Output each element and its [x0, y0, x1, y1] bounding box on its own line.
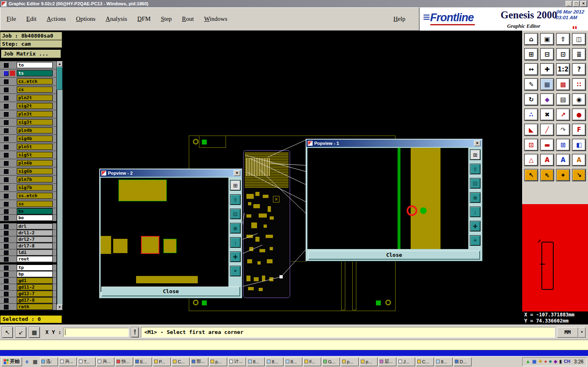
layer-row[interactable]: drl1-2 — [0, 230, 56, 236]
layer-row[interactable]: sig3t — [0, 118, 56, 127]
zoom-in-window-icon[interactable]: ⊞ — [524, 48, 538, 60]
layer-row[interactable]: pln6b — [0, 159, 56, 167]
taskbar-window-button[interactable]: 部... — [190, 357, 208, 366]
popview-1-window[interactable]: Popview - 1 × ⊞ ⇧ ⊡ — [306, 139, 483, 261]
tray-icon[interactable]: ■ — [549, 359, 552, 364]
layer-name[interactable]: drl7-8 — [17, 243, 53, 249]
xy-input[interactable] — [63, 328, 129, 337]
tray-icon[interactable]: ▣ — [532, 359, 536, 364]
taskbar-window-button[interactable]: p... — [360, 357, 378, 366]
layer-toggle-icon[interactable] — [3, 111, 9, 117]
taskbar-window-button[interactable]: 兴... — [96, 357, 114, 366]
taskbar-window-button[interactable]: 计... — [228, 357, 246, 366]
popview-center-icon[interactable]: ⌖ — [230, 266, 241, 276]
layer-row[interactable]: drl — [0, 223, 56, 230]
layer-toggle-icon[interactable] — [3, 237, 9, 242]
layer-row[interactable]: ts — [0, 69, 56, 78]
layer-row[interactable]: tp — [0, 265, 56, 271]
layer-row[interactable]: ldi — [0, 249, 56, 256]
popview-1-canvas[interactable] — [307, 148, 468, 249]
rotate-icon[interactable]: ↻ — [524, 93, 538, 106]
points-icon[interactable]: ∴ — [524, 109, 538, 121]
grid-snap-icon[interactable]: ▦ — [29, 327, 40, 338]
popview-zoom-box-icon[interactable]: ⊡ — [470, 178, 481, 189]
menu-item[interactable]: Step — [161, 16, 172, 22]
taskbar-window-button[interactable]: F... — [303, 357, 321, 366]
select-arrow-icon[interactable]: ↖ — [524, 169, 538, 181]
select-box-icon[interactable]: ⇖ — [540, 169, 554, 181]
layer-row[interactable]: rout — [0, 256, 56, 262]
layer-row[interactable]: gd17-8 — [0, 297, 56, 304]
popview-2-titlebar[interactable]: Popview - 2 × — [100, 169, 241, 177]
layer-toggle-icon[interactable] — [3, 160, 9, 166]
taskbar-window-button[interactable]: T... — [78, 357, 96, 366]
redraw-icon[interactable]: ✎ — [524, 78, 538, 91]
popview-options-icon[interactable]: ⊞ — [470, 149, 481, 160]
layer-toggle-icon[interactable] — [3, 243, 9, 249]
popview-1-close-button[interactable]: Close — [308, 251, 480, 260]
layer-row[interactable]: cs.etch — [0, 78, 56, 86]
taskbar-window-button[interactable]: G... — [322, 357, 340, 366]
layer-toggle-icon[interactable] — [3, 304, 9, 309]
layer-toggle-icon[interactable] — [3, 185, 9, 190]
zoom-screen-icon[interactable]: ⇧ — [556, 33, 570, 45]
layer-toggle-icon[interactable] — [3, 128, 9, 133]
snap-target-icon[interactable]: ⌖ — [556, 169, 570, 181]
layer-toggle-icon[interactable] — [3, 169, 9, 174]
layer-row[interactable]: sig6b — [0, 167, 56, 176]
scale-1-2-icon[interactable]: 1:2 — [556, 63, 570, 76]
units-selector[interactable]: MM ▾ — [557, 327, 586, 338]
layer-row[interactable]: rath — [0, 304, 56, 310]
layer-row[interactable]: pln3t — [0, 110, 56, 118]
taskbar-window-button[interactable]: 8... — [435, 357, 453, 366]
layer-name[interactable]: drl2-7 — [17, 236, 53, 242]
tray-icon[interactable]: ▮ — [559, 359, 562, 364]
layer-name[interactable]: tp — [17, 265, 53, 271]
tray-icon[interactable]: ◆ — [554, 359, 557, 364]
layer-name[interactable]: bs — [17, 208, 53, 214]
taskbar-window-button[interactable]: 快... — [115, 357, 133, 366]
slot-tool-icon[interactable]: ▬ — [540, 139, 554, 151]
taskbar-window-button[interactable]: 迅: — [40, 357, 58, 366]
add-grid-icon[interactable]: ⊞ — [556, 139, 570, 151]
units-dropdown-icon[interactable]: ▾ — [578, 327, 586, 338]
layer-name[interactable]: pln6b — [17, 160, 53, 166]
layers-icon[interactable]: ≣ — [572, 48, 586, 60]
measure-icon[interactable]: ▤ — [556, 93, 570, 106]
layer-row[interactable]: sig7b — [0, 184, 56, 192]
menu-item[interactable]: Windows — [204, 16, 227, 22]
popview-zoom-up-icon[interactable]: ⇧ — [470, 164, 481, 174]
select-mode-icon[interactable]: ↖ — [2, 327, 13, 338]
layer-toggle-icon[interactable] — [3, 256, 9, 262]
layer-row[interactable]: bs — [0, 208, 56, 215]
layer-toggle-icon[interactable] — [3, 87, 9, 92]
taskbar-window-button[interactable]: 8... — [284, 357, 302, 366]
layer-toggle-icon[interactable] — [3, 230, 9, 236]
layer-row[interactable]: sig5t — [0, 151, 56, 159]
layer-row[interactable]: bo — [0, 215, 56, 221]
tray-icon[interactable]: ✚ — [539, 359, 542, 364]
layer-name[interactable]: gd17-8 — [17, 297, 53, 303]
layer-name[interactable]: pln3t — [17, 111, 53, 117]
line-tool-icon[interactable]: ╱ — [540, 124, 554, 136]
layer-row[interactable]: to — [0, 61, 56, 69]
popview-2-canvas[interactable] — [101, 178, 228, 292]
menu-item-help[interactable]: Help — [393, 16, 405, 22]
layer-name[interactable]: ts — [17, 70, 53, 76]
layer-name[interactable]: drl — [17, 223, 53, 229]
close-icon[interactable]: × — [580, 1, 587, 7]
layer-row[interactable]: drl2-7 — [0, 236, 56, 243]
layer-row[interactable]: pln7b — [0, 176, 56, 184]
pad-edit-icon[interactable]: ⊡ — [524, 139, 538, 151]
text-a-red-icon[interactable]: A — [540, 154, 554, 166]
layer-toggle-icon[interactable] — [3, 62, 9, 68]
layer-name[interactable]: pln2t — [17, 95, 53, 101]
grid-icon[interactable]: ▦ — [540, 78, 554, 91]
layer-toggle-icon[interactable] — [3, 285, 9, 290]
text-a-orange-icon[interactable]: A — [572, 154, 586, 166]
layer-name[interactable]: pln4b — [17, 127, 53, 133]
units-value[interactable]: MM — [557, 327, 578, 338]
taskbar-window-button[interactable]: J... — [397, 357, 415, 366]
layer-toggle-icon[interactable] — [3, 120, 9, 125]
layer-name[interactable]: bo — [17, 215, 53, 221]
